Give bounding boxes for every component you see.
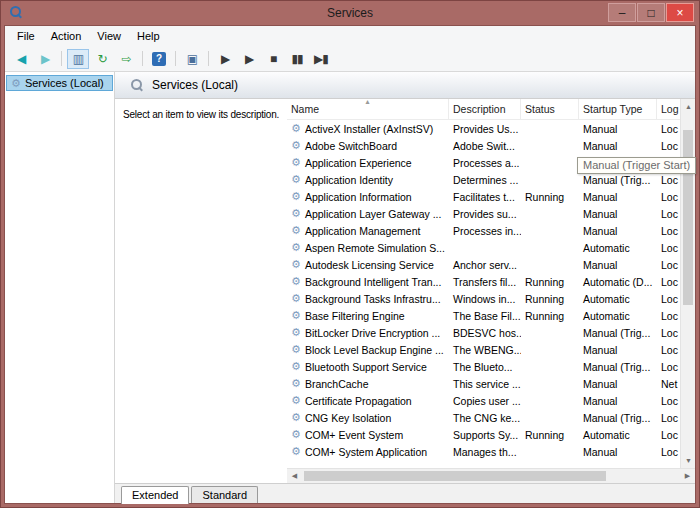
show-console-tree-icon[interactable]: ▥	[67, 49, 89, 69]
service-name-cell: ⚙BranchCache	[287, 375, 449, 392]
toolbar-separator	[142, 51, 143, 66]
service-status-cell: Running	[521, 188, 579, 205]
service-description-cell: The Blueto...	[449, 358, 521, 375]
service-description-cell: Transfers fil...	[449, 273, 521, 290]
view-tab-label: Standard	[202, 489, 247, 501]
horizontal-scrollbar[interactable]: ◀ ▶	[287, 468, 695, 483]
service-status-cell	[521, 392, 579, 409]
service-name-cell: ⚙Background Tasks Infrastru...	[287, 290, 449, 307]
service-log-on-as-cell: Loc	[657, 324, 680, 341]
service-row[interactable]: ⚙COM+ System Application Manages th... M…	[287, 443, 680, 460]
service-description-cell: Supports Sy...	[449, 426, 521, 443]
scroll-left-icon[interactable]: ◀	[287, 469, 302, 484]
toolbar-icon-glyph: ?	[152, 52, 166, 66]
properties-icon[interactable]: ▣	[181, 49, 203, 69]
minimize-button[interactable]: –	[608, 3, 636, 22]
service-gear-icon: ⚙	[291, 242, 301, 253]
resume-service-icon[interactable]: ▶	[238, 49, 260, 69]
service-row[interactable]: ⚙BranchCache This service ... Manual Net	[287, 375, 680, 392]
toolbar-icon-glyph: ↻	[97, 53, 106, 65]
service-row[interactable]: ⚙ActiveX Installer (AxInstSV) Provides U…	[287, 120, 680, 137]
service-name-cell: ⚙Adobe SwitchBoard	[287, 137, 449, 154]
service-gear-icon: ⚙	[291, 293, 301, 304]
service-name-cell: ⚙COM+ Event System	[287, 426, 449, 443]
service-name: COM+ Event System	[305, 429, 403, 441]
main-pane-header: Services (Local)	[115, 72, 695, 99]
help-icon[interactable]: ?	[148, 49, 170, 69]
service-name-cell: ⚙COM+ System Application	[287, 443, 449, 460]
column-header-status[interactable]: Status	[521, 99, 579, 119]
tab-standard[interactable]: Standard	[191, 486, 258, 503]
view-tab-label: Extended	[132, 489, 178, 501]
service-row[interactable]: ⚙BitLocker Drive Encryption ... BDESVC h…	[287, 324, 680, 341]
service-row[interactable]: ⚙Application Management Processes in... …	[287, 222, 680, 239]
tree-item-services-local[interactable]: ⚙ Services (Local)	[6, 75, 113, 91]
back-icon[interactable]: ◀	[10, 49, 32, 69]
refresh-icon[interactable]: ↻	[91, 49, 113, 69]
service-status-cell	[521, 120, 579, 137]
column-header-log-on-as[interactable]: Log	[657, 99, 680, 119]
service-row[interactable]: ⚙Block Level Backup Engine ... The WBENG…	[287, 341, 680, 358]
menu-view[interactable]: View	[89, 27, 129, 45]
service-startup-type-cell: Manual	[579, 256, 657, 273]
pause-service-icon[interactable]: ▮▮	[286, 49, 308, 69]
column-header-label: Startup Type	[583, 103, 642, 115]
column-header-description[interactable]: Description	[449, 99, 521, 119]
export-list-icon[interactable]: ⇨	[115, 49, 137, 69]
horizontal-scroll-thumb[interactable]	[304, 471, 606, 481]
scroll-right-icon[interactable]: ▶	[680, 469, 695, 484]
forward-icon[interactable]: ▶	[34, 49, 56, 69]
vertical-scrollbar[interactable]: ▲ ▼	[680, 99, 695, 468]
service-row[interactable]: ⚙Background Tasks Infrastru... Windows i…	[287, 290, 680, 307]
window-body: File Action View Help ◀	[4, 25, 696, 504]
service-row[interactable]: ⚙Bluetooth Support Service The Blueto...…	[287, 358, 680, 375]
service-startup-type-cell: Manual	[579, 341, 657, 358]
service-description-cell: Provides Us...	[449, 120, 521, 137]
scroll-down-icon[interactable]: ▼	[681, 453, 696, 468]
toolbar-icon-glyph: ▶	[221, 53, 229, 65]
menu-file[interactable]: File	[9, 27, 43, 45]
service-row[interactable]: ⚙COM+ Event System Supports Sy... Runnin…	[287, 426, 680, 443]
service-startup-type-cell: Manual (Trig...	[579, 358, 657, 375]
restart-service-icon[interactable]: ▶▮	[310, 49, 332, 69]
menu-item-label: View	[97, 30, 121, 42]
service-row[interactable]: ⚙Background Intelligent Tran... Transfer…	[287, 273, 680, 290]
service-description-cell: Copies user ...	[449, 392, 521, 409]
window-controls: – □ ×	[607, 3, 694, 22]
service-row[interactable]: ⚙Certificate Propagation Copies user ...…	[287, 392, 680, 409]
menu-action[interactable]: Action	[43, 27, 90, 45]
service-row[interactable]: ⚙Autodesk Licensing Service Anchor serv.…	[287, 256, 680, 273]
service-name: Block Level Backup Engine ...	[305, 344, 444, 356]
service-row[interactable]: ⚙Application Layer Gateway ... Provides …	[287, 205, 680, 222]
service-name: Application Experience	[305, 157, 412, 169]
service-row[interactable]: ⚙CNG Key Isolation The CNG ke... Manual …	[287, 409, 680, 426]
service-row[interactable]: ⚙Base Filtering Engine The Base Fil... R…	[287, 307, 680, 324]
service-startup-type-cell: Manual	[579, 443, 657, 460]
service-description-cell: The WBENG...	[449, 341, 521, 358]
column-header-row: ▴ Name Description	[287, 99, 680, 120]
service-row[interactable]: ⚙Application Information Facilitates t..…	[287, 188, 680, 205]
menubar: File Action View Help	[5, 26, 695, 46]
service-name: Background Tasks Infrastru...	[305, 293, 441, 305]
service-startup-type-cell: Manual (Trig...	[579, 409, 657, 426]
service-gear-icon: ⚙	[291, 310, 301, 321]
titlebar[interactable]: Services – □ ×	[0, 0, 700, 25]
column-header-name[interactable]: ▴ Name	[287, 99, 449, 119]
service-gear-icon: ⚙	[291, 361, 301, 372]
service-name: BitLocker Drive Encryption ...	[305, 327, 440, 339]
tab-extended[interactable]: Extended	[121, 486, 189, 504]
service-status-cell	[521, 137, 579, 154]
close-button[interactable]: ×	[666, 3, 694, 22]
column-header-startup-type[interactable]: Startup Type	[579, 99, 657, 119]
service-row[interactable]: ⚙Aspen Remote Simulation S... Automatic …	[287, 239, 680, 256]
start-service-icon[interactable]: ▶	[214, 49, 236, 69]
service-name-cell: ⚙Application Experience	[287, 154, 449, 171]
menu-help[interactable]: Help	[129, 27, 168, 45]
horizontal-scroll-track[interactable]	[302, 469, 680, 483]
console-tree-pane: ⚙ Services (Local)	[5, 72, 115, 503]
scroll-up-icon[interactable]: ▲	[681, 99, 696, 114]
stop-service-icon[interactable]: ■	[262, 49, 284, 69]
service-name: BranchCache	[305, 378, 369, 390]
maximize-button[interactable]: □	[637, 3, 665, 22]
service-row[interactable]: ⚙Adobe SwitchBoard Adobe Swit... Manual …	[287, 137, 680, 154]
